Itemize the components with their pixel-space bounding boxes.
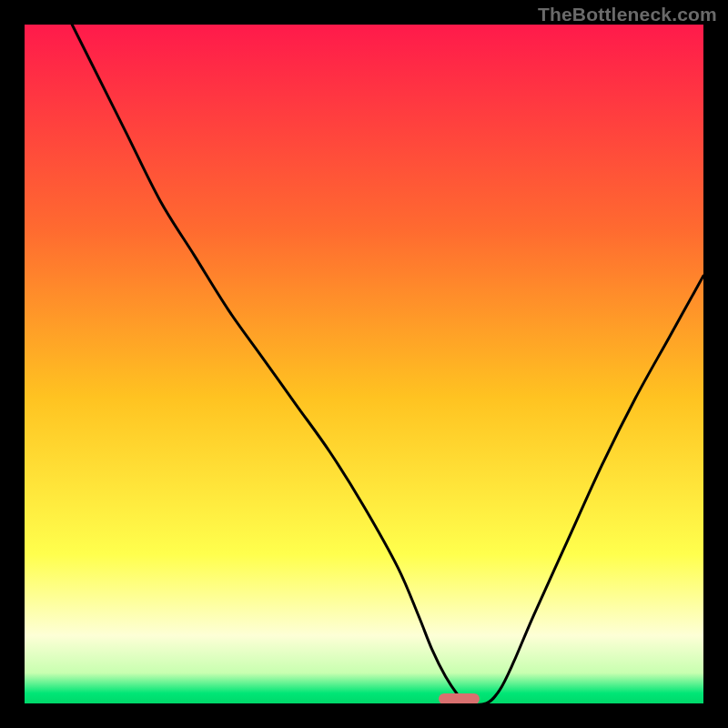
plot-area <box>25 25 703 703</box>
bottleneck-curve <box>72 25 703 703</box>
watermark-text: TheBottleneck.com <box>538 4 717 25</box>
chart-stage: TheBottleneck.com <box>0 0 728 728</box>
curve-layer <box>25 25 703 703</box>
optimum-marker <box>439 693 480 703</box>
